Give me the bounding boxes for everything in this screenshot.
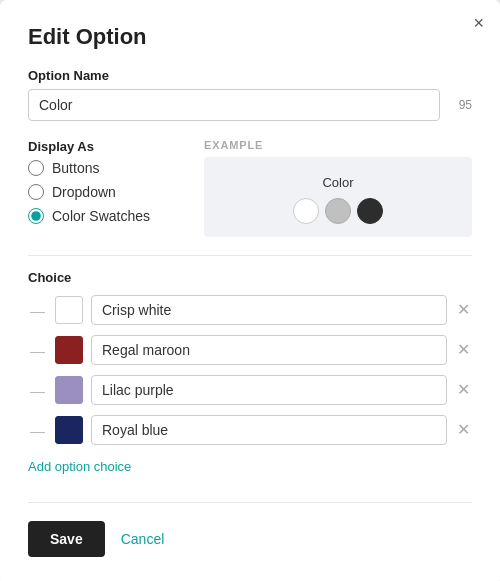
example-box: Color xyxy=(204,157,472,237)
example-swatch-dark xyxy=(357,198,383,224)
choice-row-3: ― ✕ xyxy=(28,415,472,445)
swatch-btn-0[interactable] xyxy=(55,296,83,324)
choice-input-3[interactable] xyxy=(91,415,447,445)
radio-dropdown[interactable]: Dropdown xyxy=(28,184,188,200)
edit-option-modal: × Edit Option Option Name 95 Display As … xyxy=(0,0,500,581)
radio-dropdown-label: Dropdown xyxy=(52,184,116,200)
display-as-left: Display As Buttons Dropdown Color Swatch… xyxy=(28,139,188,237)
drag-handle-3[interactable]: ― xyxy=(28,422,47,439)
radio-color-swatches-input[interactable] xyxy=(28,208,44,224)
radio-color-swatches[interactable]: Color Swatches xyxy=(28,208,188,224)
swatch-btn-2[interactable] xyxy=(55,376,83,404)
option-name-input[interactable] xyxy=(28,89,440,121)
add-choice-button[interactable]: Add option choice xyxy=(28,455,131,478)
swatch-btn-1[interactable] xyxy=(55,336,83,364)
example-swatch-white xyxy=(293,198,319,224)
remove-btn-2[interactable]: ✕ xyxy=(455,382,472,398)
drag-handle-0[interactable]: ― xyxy=(28,302,47,319)
display-as-section: Display As Buttons Dropdown Color Swatch… xyxy=(28,139,472,237)
option-name-row: 95 xyxy=(28,89,472,121)
example-swatch-gray xyxy=(325,198,351,224)
example-label: EXAMPLE xyxy=(204,139,472,151)
radio-color-swatches-label: Color Swatches xyxy=(52,208,150,224)
example-color-label: Color xyxy=(322,175,353,190)
radio-dropdown-input[interactable] xyxy=(28,184,44,200)
choice-input-1[interactable] xyxy=(91,335,447,365)
drag-handle-1[interactable]: ― xyxy=(28,342,47,359)
choice-label: Choice xyxy=(28,270,472,285)
swatch-btn-3[interactable] xyxy=(55,416,83,444)
radio-buttons-label: Buttons xyxy=(52,160,99,176)
section-divider xyxy=(28,255,472,256)
close-button[interactable]: × xyxy=(473,14,484,32)
example-swatches xyxy=(293,198,383,224)
remove-btn-3[interactable]: ✕ xyxy=(455,422,472,438)
remove-btn-1[interactable]: ✕ xyxy=(455,342,472,358)
radio-buttons[interactable]: Buttons xyxy=(28,160,188,176)
char-count: 95 xyxy=(448,98,472,112)
modal-title: Edit Option xyxy=(28,24,472,50)
choice-row-2: ― ✕ xyxy=(28,375,472,405)
option-name-label: Option Name xyxy=(28,68,472,83)
radio-buttons-input[interactable] xyxy=(28,160,44,176)
remove-btn-0[interactable]: ✕ xyxy=(455,302,472,318)
choice-input-2[interactable] xyxy=(91,375,447,405)
display-as-right: EXAMPLE Color xyxy=(204,139,472,237)
drag-handle-2[interactable]: ― xyxy=(28,382,47,399)
save-button[interactable]: Save xyxy=(28,521,105,557)
footer: Save Cancel xyxy=(28,502,472,557)
display-as-label: Display As xyxy=(28,139,188,154)
choice-input-0[interactable] xyxy=(91,295,447,325)
cancel-button[interactable]: Cancel xyxy=(121,531,165,547)
choice-row-1: ― ✕ xyxy=(28,335,472,365)
choice-row-0: ― ✕ xyxy=(28,295,472,325)
